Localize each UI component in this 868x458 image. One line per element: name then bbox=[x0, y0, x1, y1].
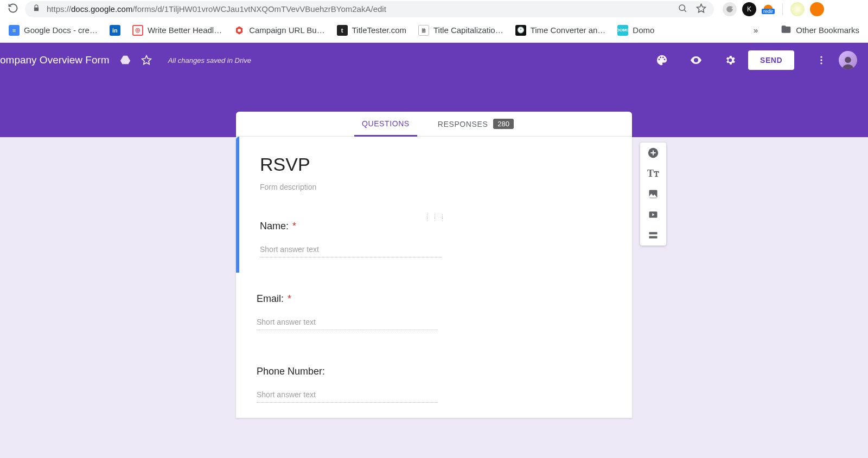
svg-rect-9 bbox=[649, 232, 658, 234]
svg-point-1 bbox=[238, 29, 241, 32]
palette-icon[interactable] bbox=[656, 54, 668, 66]
other-bookmarks-label: Other Bookmarks bbox=[796, 25, 859, 35]
bookmark-label: Google Docs - cre… bbox=[24, 25, 98, 35]
form-title[interactable]: RSVP bbox=[260, 154, 611, 175]
bookmark-label: Write Better Headl… bbox=[148, 25, 222, 35]
ext-icon-2[interactable]: K bbox=[742, 2, 756, 16]
form-description[interactable]: Form description bbox=[260, 183, 611, 191]
tt-icon: t bbox=[337, 25, 348, 36]
tab-questions[interactable]: QUESTIONS bbox=[354, 112, 417, 137]
bookmark-domo[interactable]: DOMO Domo bbox=[617, 25, 654, 36]
bookmark-label: Campaign URL Bu… bbox=[249, 25, 325, 35]
answer-placeholder: Short answer text bbox=[257, 388, 438, 403]
drive-icon[interactable] bbox=[119, 54, 131, 66]
question-block-name[interactable]: ⋮⋮⋮⋮⋮⋮ Name: * Short answer text bbox=[236, 211, 632, 273]
form-header-block[interactable]: RSVP Form description bbox=[236, 137, 632, 211]
extension-icons: K redir bbox=[723, 2, 824, 16]
clock-icon: 🕐 bbox=[515, 25, 526, 36]
svg-rect-10 bbox=[649, 236, 658, 238]
add-video-icon[interactable] bbox=[647, 209, 659, 221]
more-vert-icon[interactable] bbox=[816, 55, 827, 66]
form-card: QUESTIONS RESPONSES 280 RSVP Form descri… bbox=[236, 112, 632, 418]
svg-point-2 bbox=[820, 56, 822, 58]
star-icon[interactable] bbox=[141, 55, 152, 66]
tab-responses[interactable]: RESPONSES 280 bbox=[438, 112, 514, 136]
tab-responses-label: RESPONSES bbox=[438, 120, 488, 128]
ext-icon-3[interactable]: redir bbox=[762, 4, 775, 14]
document-title[interactable]: ompany Overview Form bbox=[0, 54, 110, 66]
ext-icon-1[interactable] bbox=[723, 2, 737, 16]
response-count-badge: 280 bbox=[493, 119, 514, 129]
address-bar[interactable]: https://docs.google.com/forms/d/1TiljHW0… bbox=[25, 1, 714, 17]
svg-point-5 bbox=[845, 57, 851, 63]
browser-top-bar: https://docs.google.com/forms/d/1TiljHW0… bbox=[0, 0, 868, 18]
answer-placeholder: Short answer text bbox=[260, 243, 441, 257]
settings-gear-icon[interactable] bbox=[724, 54, 736, 66]
hex-icon bbox=[234, 25, 245, 36]
domo-icon: DOMO bbox=[617, 25, 628, 36]
form-tabs: QUESTIONS RESPONSES 280 bbox=[236, 112, 632, 137]
lock-icon bbox=[33, 4, 40, 14]
question-block-phone[interactable]: Phone Number: Short answer text bbox=[236, 345, 632, 418]
bookmark-star-icon[interactable] bbox=[696, 3, 706, 15]
svg-point-4 bbox=[820, 62, 822, 64]
drag-handle-icon[interactable]: ⋮⋮⋮⋮⋮⋮ bbox=[424, 215, 447, 221]
bookmark-label: Domo bbox=[633, 25, 654, 35]
workspace: QUESTIONS RESPONSES 280 RSVP Form descri… bbox=[0, 137, 868, 458]
folder-icon bbox=[781, 24, 792, 36]
answer-placeholder: Short answer text bbox=[257, 315, 438, 330]
doc-icon: ≡ bbox=[9, 25, 20, 36]
bookmark-title-cap[interactable]: 🗎 Title Capitalizatio… bbox=[418, 25, 503, 36]
add-image-icon[interactable] bbox=[647, 188, 659, 200]
question-block-email[interactable]: Email: * Short answer text bbox=[236, 273, 632, 345]
svg-point-0 bbox=[679, 5, 685, 11]
bookmark-titletester[interactable]: t TitleTester.com bbox=[337, 25, 406, 36]
target-icon: ◎ bbox=[132, 25, 143, 36]
question-toolbar: Tᴛ bbox=[640, 143, 666, 246]
svg-point-3 bbox=[820, 59, 822, 61]
add-question-icon[interactable] bbox=[647, 147, 659, 159]
bookmark-linkedin[interactable]: in bbox=[110, 25, 120, 36]
bookmark-overflow[interactable]: » bbox=[754, 25, 758, 35]
question-title[interactable]: Name: * bbox=[260, 221, 611, 232]
add-section-icon[interactable] bbox=[647, 229, 659, 241]
page-icon: 🗎 bbox=[418, 25, 429, 36]
save-status: All changes saved in Drive bbox=[168, 56, 251, 64]
bookmark-campaign-url[interactable]: Campaign URL Bu… bbox=[234, 25, 325, 36]
preview-eye-icon[interactable] bbox=[690, 54, 703, 67]
bookmark-label: TitleTester.com bbox=[352, 25, 406, 35]
bookmark-time-converter[interactable]: 🕐 Time Converter an… bbox=[515, 25, 606, 36]
send-button[interactable]: SEND bbox=[748, 50, 794, 70]
other-bookmarks[interactable]: Other Bookmarks bbox=[781, 24, 859, 36]
linkedin-icon: in bbox=[110, 25, 120, 36]
ext-icon-4[interactable] bbox=[790, 2, 805, 16]
question-title[interactable]: Email: * bbox=[257, 293, 611, 305]
bookmarks-bar: ≡ Google Docs - cre… in ◎ Write Better H… bbox=[0, 18, 868, 43]
account-avatar[interactable] bbox=[839, 51, 857, 69]
bookmark-headlines[interactable]: ◎ Write Better Headl… bbox=[132, 25, 222, 36]
bookmark-label: Time Converter an… bbox=[531, 25, 606, 35]
url-text: https://docs.google.com/forms/d/1TiljHW0… bbox=[47, 4, 386, 14]
bookmark-google-docs[interactable]: ≡ Google Docs - cre… bbox=[9, 25, 98, 36]
add-title-icon[interactable]: Tᴛ bbox=[647, 167, 659, 179]
reload-icon[interactable] bbox=[8, 3, 18, 16]
bookmark-label: Title Capitalizatio… bbox=[433, 25, 503, 35]
search-icon[interactable] bbox=[678, 3, 687, 15]
question-title[interactable]: Phone Number: bbox=[257, 366, 611, 377]
ext-icon-5[interactable] bbox=[810, 2, 824, 16]
